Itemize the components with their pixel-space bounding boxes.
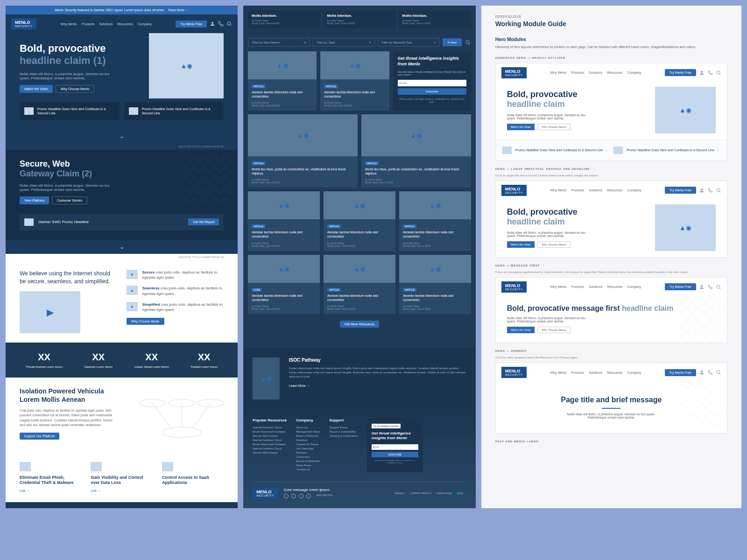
search-icon[interactable] [226, 21, 232, 27]
nav-item[interactable]: Company [138, 22, 152, 26]
nav-item[interactable]: Resources [117, 22, 133, 26]
phone-icon[interactable] [707, 70, 713, 76]
resource-card[interactable]: ▲◉ARTICLEAenean lacinia bibendum nulla s… [248, 191, 320, 251]
footer-link[interactable]: Email Attachment Isolation [253, 430, 287, 433]
footer-link[interactable]: About Us [296, 426, 320, 429]
try-free-button[interactable]: Try Menlo Free [665, 187, 696, 194]
nav-item[interactable]: Solutions [589, 371, 602, 374]
footer-link[interactable]: Customers [296, 455, 320, 458]
footer-link[interactable]: Contact Us [296, 468, 320, 471]
legal-link[interactable]: PRIVACY [395, 492, 405, 495]
footer-link[interactable]: Training & Certification [330, 434, 358, 437]
social-icon[interactable] [299, 494, 303, 498]
subscribe-button[interactable]: SUBSCRIBE [372, 452, 418, 457]
email-input[interactable] [398, 80, 466, 86]
watch-video-button[interactable]: Watch the Video [507, 241, 535, 248]
logo[interactable]: MENLOSECURITY [501, 367, 527, 378]
why-menlo-button[interactable]: Why Choose Menlo [537, 241, 570, 248]
why-menlo-button[interactable]: Why Choose Menlo [537, 124, 570, 130]
nav-item[interactable]: Company [627, 189, 641, 192]
legal-link[interactable]: COMPLIANCE [437, 492, 452, 495]
resource-card[interactable]: ▲◉ARTICLEAenean lacinia bibendum nulla s… [399, 191, 471, 251]
phone-icon[interactable] [707, 284, 713, 290]
resource-card[interactable]: ▲◉ARTICLEAenean lacinia bibendum nulla s… [324, 255, 395, 314]
get-more-button[interactable]: Get More Resources [340, 321, 380, 328]
footer-link[interactable]: Job Openings [296, 447, 320, 450]
nav-item[interactable]: Why Menlo [550, 189, 566, 192]
person-icon[interactable] [699, 70, 705, 76]
nav-item[interactable]: Resources [607, 371, 622, 374]
footer-link[interactable]: News Room [296, 464, 320, 467]
mini-card[interactable]: Mollis Interdum.by Author NameMonth, Dat… [399, 10, 471, 28]
search-icon[interactable] [716, 370, 721, 375]
search-icon[interactable] [465, 40, 471, 45]
why-menlo-button[interactable]: Why Choose Menlo [537, 327, 570, 333]
watch-video-button[interactable]: Watch the Video [507, 327, 535, 333]
search-icon[interactable] [716, 70, 721, 76]
footer-link[interactable]: Internet Isolation Cloud [253, 447, 287, 450]
person-icon[interactable] [699, 370, 705, 375]
logo[interactable]: MENLOSECURITY [501, 67, 527, 78]
filter-type[interactable]: Filter by: Resource Type▾ [378, 38, 440, 47]
phone-icon[interactable] [707, 188, 713, 193]
nav-item[interactable]: Solutions [99, 22, 113, 26]
filter-topic[interactable]: Filter by: Topic▾ [313, 38, 375, 47]
learn-more-link[interactable]: Learn More → [289, 384, 310, 387]
footer-link[interactable]: Report a Vulnerability [330, 430, 358, 433]
legal-link[interactable]: COMPANY PRIVACY [409, 492, 432, 495]
footer-link[interactable]: Secure Web Access [253, 434, 287, 437]
customer-stories-button[interactable]: Customer Stories [52, 196, 87, 204]
watch-video-button[interactable]: Watch the Video [20, 85, 53, 93]
footer-link[interactable]: Events & Webinars [296, 460, 320, 462]
mini-card[interactable]: Mollis Interdum.by Author NameMonth, Dat… [323, 10, 395, 28]
get-report-button[interactable]: Get the Report [188, 218, 219, 225]
resource-card[interactable]: ▲◉ARTICLEAenean lacinia bibendum nulla s… [320, 51, 389, 111]
nav-item[interactable]: Solutions [589, 71, 602, 74]
nav-item[interactable]: Company [627, 71, 641, 74]
nav-item[interactable]: Products [571, 71, 584, 74]
nav-item[interactable]: Why Menlo [550, 285, 566, 288]
social-icon[interactable] [291, 494, 296, 498]
mini-card[interactable]: Mollis Interdum.by Author NameMonth, Dat… [248, 10, 320, 28]
watch-video-button[interactable]: Watch the Video [507, 124, 535, 130]
explore-platform-button[interactable]: Explore Our Platform [20, 433, 59, 440]
footer-link[interactable]: Support Portal [330, 426, 358, 429]
nav-item[interactable]: Resources [607, 71, 622, 74]
nav-item[interactable]: Products [571, 285, 584, 288]
why-menlo-button[interactable]: Why Choose Menlo [56, 85, 94, 93]
nav-item[interactable]: Company [627, 371, 641, 374]
phone-icon[interactable] [707, 370, 713, 375]
nav-item[interactable]: Products [571, 189, 584, 192]
nav-item[interactable]: Solutions [589, 285, 602, 288]
nav-item[interactable]: Resources [607, 285, 622, 288]
nav-item[interactable]: Resources [607, 189, 622, 192]
footer-link[interactable]: Internet Isolation Cloud [253, 426, 287, 429]
resource-card[interactable]: ▲◉ARTICLEAenean lacinia bibendum nulla s… [324, 191, 395, 251]
person-icon[interactable] [699, 284, 705, 290]
logo[interactable]: MENLOSECURITY [501, 281, 527, 293]
try-free-button[interactable]: Try Menlo Free [665, 69, 696, 76]
footer-link[interactable]: Careers & Culture [296, 443, 320, 446]
promo-card[interactable]: Promo Headline Goes Here and Continues t… [124, 102, 224, 120]
footer-link[interactable]: Partners [296, 451, 320, 454]
chevron-down-icon[interactable]: ⌄ [6, 240, 238, 254]
person-icon[interactable] [699, 188, 705, 193]
search-icon[interactable] [716, 284, 721, 290]
announce-link[interactable]: Read More → [168, 8, 189, 12]
search-icon[interactable] [716, 188, 721, 193]
chevron-down-icon[interactable]: ⌄ [6, 129, 238, 143]
resource-card[interactable]: ▲◉ARTICLEAenean lacinia bibendum nulla s… [248, 51, 317, 111]
view-platform-button[interactable]: View Platform [20, 196, 49, 204]
phone-icon[interactable] [218, 21, 224, 27]
footer-link[interactable]: Management Team [296, 430, 320, 433]
nav-item[interactable]: Products [571, 371, 584, 374]
logo[interactable]: MENLOSECURITY [11, 18, 36, 29]
resource-card[interactable]: ▲◉ARTICLEAenean lacinia bibendum nulla s… [399, 255, 471, 314]
email-input[interactable] [372, 444, 418, 450]
resource-card[interactable]: ▲◉ARTICLEMorbi leo risus, porta ac conse… [248, 114, 358, 188]
social-icon[interactable] [284, 494, 289, 498]
footer-link[interactable]: Board of Directors [296, 434, 320, 437]
subscribe-button[interactable]: Subscribe [398, 88, 466, 95]
social-icon[interactable] [306, 494, 311, 498]
logo[interactable]: MENLOSECURITY [253, 488, 278, 499]
